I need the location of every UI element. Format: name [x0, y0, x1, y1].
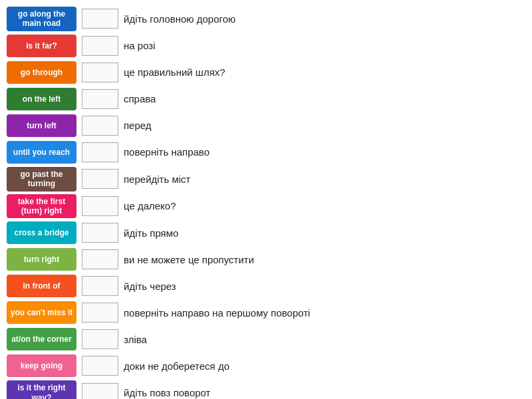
translation-15: йдіть повз поворот [124, 387, 525, 398]
label-btn-9[interactable]: cross a bridge [7, 221, 76, 244]
translation-8: це далеко? [124, 200, 525, 211]
match-row: on the leftсправа [7, 87, 525, 111]
translation-4: справа [124, 93, 525, 104]
label-btn-11[interactable]: in front of [7, 275, 76, 297]
answer-input-12[interactable] [82, 303, 118, 323]
answer-input-6[interactable] [82, 142, 118, 162]
match-row: go throughце правильний шлях? [7, 61, 525, 84]
translation-7: перейдіть міст [124, 174, 525, 185]
match-row: go along the main roadйдіть головною дор… [7, 7, 525, 31]
match-row: take the first (turn) rightце далеко? [7, 194, 525, 219]
label-btn-8[interactable]: take the first (turn) right [7, 194, 76, 219]
answer-input-13[interactable] [82, 329, 118, 349]
label-btn-1[interactable]: go along the main road [7, 7, 76, 31]
label-btn-12[interactable]: you can't miss it [7, 301, 76, 324]
match-row: is it far?на розі [7, 34, 525, 58]
match-row: in front ofйдіть через [7, 274, 525, 298]
label-btn-5[interactable]: turn left [7, 114, 76, 137]
translation-5: перед [124, 120, 525, 131]
answer-input-10[interactable] [82, 249, 118, 269]
answer-input-5[interactable] [82, 116, 118, 136]
translation-2: на розі [124, 40, 525, 51]
match-row: until you reachповерніть направо [7, 140, 525, 164]
match-row: keep goingдоки не доберетеся до [7, 354, 525, 378]
match-row: turn leftперед [7, 114, 525, 138]
label-btn-2[interactable]: is it far? [7, 35, 76, 57]
translation-14: доки не доберетеся до [124, 360, 525, 372]
match-row: turn rightви не можете це пропустити [7, 247, 525, 271]
match-container: go along the main roadйдіть головною дор… [7, 7, 525, 399]
answer-input-8[interactable] [82, 196, 118, 216]
answer-input-14[interactable] [82, 356, 118, 376]
label-btn-4[interactable]: on the left [7, 88, 76, 110]
label-btn-14[interactable]: keep going [7, 354, 76, 377]
label-btn-13[interactable]: at/on the corner [7, 328, 76, 350]
translation-13: зліва [124, 334, 525, 345]
answer-input-4[interactable] [82, 89, 118, 109]
translation-6: поверніть направо [124, 146, 525, 158]
match-row: go past the turningперейдіть міст [7, 167, 525, 192]
translation-11: йдіть через [124, 281, 525, 292]
answer-input-7[interactable] [82, 169, 118, 189]
answer-input-3[interactable] [82, 63, 118, 82]
match-row: is it the right way?йдіть повз поворот [7, 380, 525, 399]
label-btn-7[interactable]: go past the turning [7, 167, 76, 192]
label-btn-10[interactable]: turn right [7, 248, 76, 271]
translation-12: поверніть направо на першому повороті [124, 307, 525, 319]
label-btn-3[interactable]: go through [7, 61, 76, 84]
answer-input-9[interactable] [82, 223, 118, 243]
translation-9: йдіть прямо [124, 227, 525, 239]
label-btn-6[interactable]: until you reach [7, 141, 76, 164]
answer-input-2[interactable] [82, 36, 118, 56]
match-row: you can't miss itповерніть направо на пе… [7, 301, 525, 325]
match-row: cross a bridgeйдіть прямо [7, 221, 525, 245]
answer-input-11[interactable] [82, 276, 118, 296]
translation-10: ви не можете це пропустити [124, 254, 525, 265]
answer-input-1[interactable] [82, 9, 118, 29]
match-row: at/on the cornerзліва [7, 327, 525, 351]
label-btn-15[interactable]: is it the right way? [7, 380, 76, 399]
translation-3: це правильний шлях? [124, 66, 525, 78]
answer-input-15[interactable] [82, 383, 118, 399]
translation-1: йдіть головною дорогою [124, 13, 525, 25]
